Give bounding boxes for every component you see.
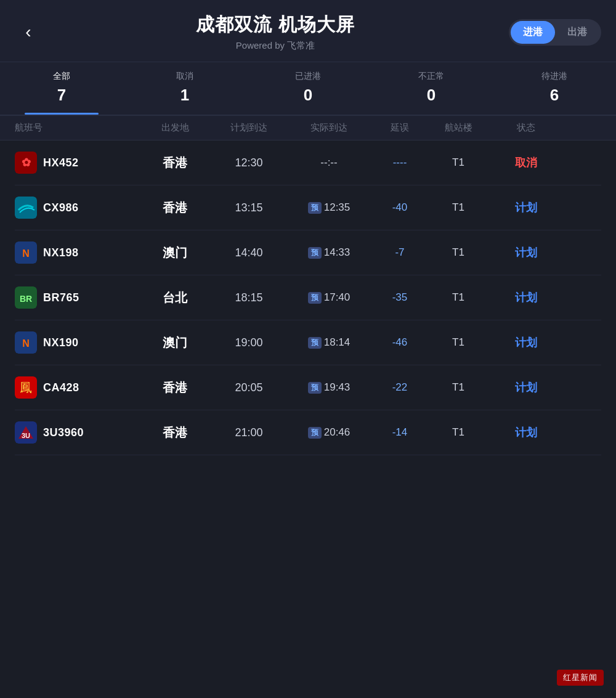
- arrival-departure-toggle[interactable]: 进港 出港: [509, 19, 601, 46]
- scheduled-time: 19:00: [212, 336, 286, 349]
- stat-value: 0: [251, 86, 365, 105]
- origin-cell: 香港: [138, 379, 212, 396]
- stat-item-3[interactable]: 不正常 0: [370, 62, 493, 115]
- col-header-6: 状态: [489, 122, 563, 134]
- status-cell: 计划: [489, 380, 563, 395]
- pre-badge: 预: [308, 382, 322, 394]
- status-cell: 计划: [489, 425, 563, 440]
- airline-logo-HX: ✿: [15, 152, 37, 174]
- stats-row: 全部 7 取消 1 已进港 0 不正常 0 待进港 6: [0, 62, 616, 116]
- terminal-cell: T1: [428, 381, 489, 394]
- terminal-cell: T1: [428, 291, 489, 304]
- terminal-cell: T1: [428, 246, 489, 259]
- stat-item-0[interactable]: 全部 7: [0, 62, 123, 115]
- airline-logo-3U: 3U: [15, 421, 37, 444]
- flight-number-cell: 3U 3U3960: [15, 421, 138, 444]
- flight-number-text: CA428: [43, 381, 79, 394]
- flights-list: ✿ HX452 香港 12:30 --:-- ---- T1 取消 CX986 …: [0, 140, 616, 455]
- scheduled-time: 21:00: [212, 426, 286, 439]
- airline-logo-CX: [15, 197, 37, 219]
- flight-number-text: 3U3960: [43, 426, 84, 439]
- stat-label: 全部: [5, 71, 118, 82]
- col-header-3: 实际到达: [286, 122, 372, 134]
- terminal-cell: T1: [428, 426, 489, 439]
- airline-logo-BR: BR: [15, 286, 37, 309]
- flight-row[interactable]: BR BR765 台北 18:15 预17:40 -35 T1 计划: [15, 275, 601, 320]
- back-icon: ‹: [25, 23, 31, 41]
- stat-item-2[interactable]: 已进港 0: [246, 62, 370, 115]
- header-title-block: 成都双流 机场大屏 Powered by 飞常准: [42, 12, 509, 52]
- svg-text:3U: 3U: [22, 432, 30, 439]
- stat-value: 0: [375, 86, 488, 105]
- terminal-cell: T1: [428, 156, 489, 169]
- stat-item-1[interactable]: 取消 1: [123, 62, 246, 115]
- actual-time: 预18:14: [286, 336, 372, 349]
- pre-badge: 预: [308, 292, 322, 304]
- origin-cell: 香港: [138, 424, 212, 441]
- svg-text:BR: BR: [20, 294, 32, 304]
- actual-time: 预20:46: [286, 426, 372, 439]
- status-cell: 取消: [489, 155, 563, 170]
- flight-number-cell: N NX198: [15, 241, 138, 264]
- flight-number-text: NX190: [43, 336, 79, 349]
- status-cell: 计划: [489, 335, 563, 350]
- terminal-cell: T1: [428, 336, 489, 349]
- flight-row[interactable]: N NX190 澳门 19:00 预18:14 -46 T1 计划: [15, 320, 601, 365]
- status-cell: 计划: [489, 290, 563, 305]
- pre-badge: 预: [308, 427, 322, 439]
- actual-time: 预17:40: [286, 291, 372, 304]
- flight-row[interactable]: 鳳 CA428 香港 20:05 预19:43 -22 T1 计划: [15, 365, 601, 410]
- col-header-0: 航班号: [15, 122, 138, 134]
- pre-badge: 预: [308, 337, 322, 349]
- stat-item-4[interactable]: 待进港 6: [493, 62, 616, 115]
- flight-number-cell: ✿ HX452: [15, 152, 138, 174]
- scheduled-time: 13:15: [212, 201, 286, 214]
- airline-logo-CA: 鳳: [15, 376, 37, 399]
- flight-number-text: HX452: [43, 156, 79, 169]
- scheduled-time: 18:15: [212, 291, 286, 304]
- col-header-2: 计划到达: [212, 122, 286, 134]
- stat-label: 已进港: [251, 71, 365, 82]
- airline-logo-NX: N: [15, 331, 37, 354]
- flight-number-text: CX986: [43, 201, 79, 214]
- watermark-badge: 红星新闻: [557, 670, 604, 686]
- stat-label: 待进港: [498, 71, 611, 82]
- actual-time: 预14:33: [286, 246, 372, 259]
- header: ‹ 成都双流 机场大屏 Powered by 飞常准 进港 出港: [0, 0, 616, 62]
- flight-row[interactable]: 3U 3U3960 香港 21:00 预20:46 -14 T1 计划: [15, 410, 601, 455]
- pre-badge: 预: [308, 202, 322, 214]
- airport-title: 成都双流 机场大屏: [42, 12, 509, 38]
- airline-logo-NX: N: [15, 241, 37, 264]
- delay-cell: -22: [372, 381, 428, 394]
- status-cell: 计划: [489, 245, 563, 260]
- departure-toggle-button[interactable]: 出港: [555, 21, 599, 44]
- flight-row[interactable]: CX986 香港 13:15 预12:35 -40 T1 计划: [15, 185, 601, 230]
- flight-number-cell: BR BR765: [15, 286, 138, 309]
- actual-time: 预12:35: [286, 201, 372, 214]
- delay-cell: -46: [372, 336, 428, 349]
- col-header-4: 延误: [372, 122, 428, 134]
- svg-text:鳳: 鳳: [20, 381, 32, 394]
- stat-label: 取消: [128, 71, 241, 82]
- delay-cell: -14: [372, 426, 428, 439]
- terminal-cell: T1: [428, 201, 489, 214]
- origin-cell: 澳门: [138, 245, 212, 261]
- scheduled-time: 12:30: [212, 156, 286, 169]
- stat-value: 6: [498, 86, 611, 105]
- powered-by: Powered by 飞常准: [42, 40, 509, 52]
- flight-row[interactable]: ✿ HX452 香港 12:30 --:-- ---- T1 取消: [15, 140, 601, 185]
- stat-label: 不正常: [375, 71, 488, 82]
- delay-cell: -35: [372, 291, 428, 304]
- arrival-toggle-button[interactable]: 进港: [511, 21, 555, 44]
- delay-cell: ----: [372, 156, 428, 169]
- origin-cell: 香港: [138, 200, 212, 216]
- actual-time: 预19:43: [286, 381, 372, 394]
- delay-cell: -7: [372, 246, 428, 259]
- flight-number-cell: N NX190: [15, 331, 138, 354]
- actual-time: --:--: [286, 156, 372, 169]
- flight-row[interactable]: N NX198 澳门 14:40 预14:33 -7 T1 计划: [15, 230, 601, 275]
- svg-text:✿: ✿: [22, 156, 31, 169]
- back-button[interactable]: ‹: [15, 18, 42, 46]
- pre-badge: 预: [308, 247, 322, 259]
- flight-number-text: NX198: [43, 246, 79, 259]
